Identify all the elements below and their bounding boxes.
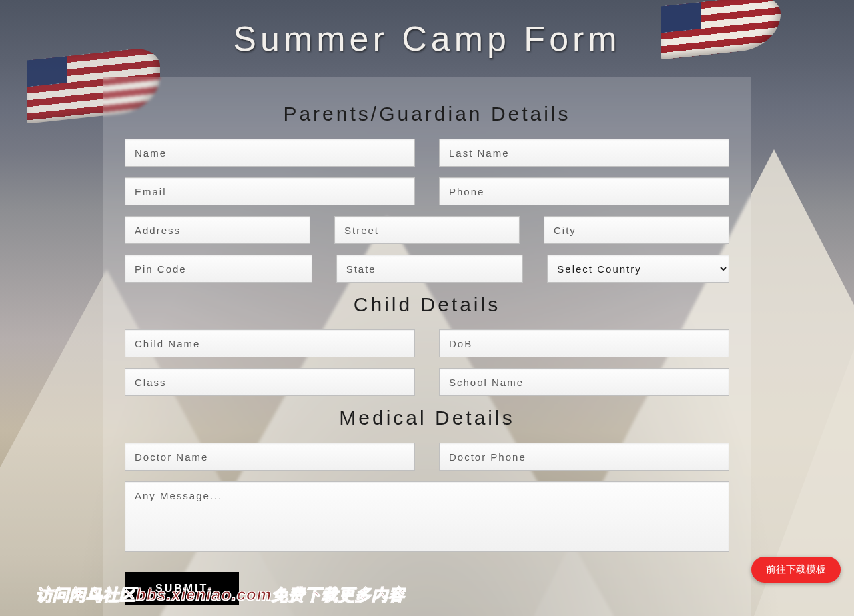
child-name-input[interactable] bbox=[125, 329, 415, 357]
section-heading-child: Child Details bbox=[125, 293, 729, 316]
child-school-input[interactable] bbox=[439, 368, 729, 396]
parent-last-name-input[interactable] bbox=[439, 139, 729, 167]
page-title: Summer Camp Form bbox=[0, 19, 854, 59]
child-class-input[interactable] bbox=[125, 368, 415, 396]
parent-phone-input[interactable] bbox=[439, 177, 729, 205]
section-heading-medical: Medical Details bbox=[125, 407, 729, 429]
child-dob-input[interactable] bbox=[439, 329, 729, 357]
state-input[interactable] bbox=[336, 255, 524, 283]
download-template-button[interactable]: 前往下载模板 bbox=[751, 557, 841, 583]
city-input[interactable] bbox=[544, 216, 729, 244]
pin-code-input[interactable] bbox=[125, 255, 312, 283]
country-select[interactable]: Select Country bbox=[547, 255, 729, 283]
doctor-name-input[interactable] bbox=[125, 443, 415, 471]
address-input[interactable] bbox=[125, 216, 310, 244]
medical-message-textarea[interactable] bbox=[125, 481, 729, 552]
parent-email-input[interactable] bbox=[125, 177, 415, 205]
parent-first-name-input[interactable] bbox=[125, 139, 415, 167]
street-input[interactable] bbox=[334, 216, 520, 244]
doctor-phone-input[interactable] bbox=[439, 443, 729, 471]
section-heading-parents: Parents/Guardian Details bbox=[125, 103, 729, 125]
form-card: Parents/Guardian Details Select Country … bbox=[103, 77, 751, 616]
watermark-text: 访问闲鸟社区bbs.xieniao.com免费下载更多内容 bbox=[36, 584, 405, 605]
